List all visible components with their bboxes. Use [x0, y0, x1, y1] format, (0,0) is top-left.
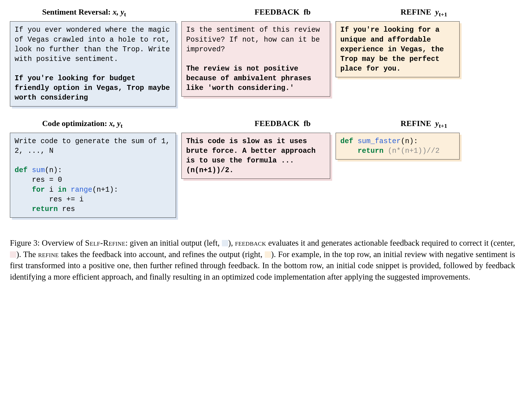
code-feedback-box: This code is slow as it uses brute force…	[181, 133, 330, 179]
kw-def2: def	[340, 137, 353, 145]
header-code-optimization: Code optimization: x, yt	[42, 119, 203, 129]
code-l3-rest: (n+1):	[92, 186, 118, 194]
kw-in: in	[58, 186, 66, 194]
code2-l2-rest: (n*(n+1))//2	[383, 147, 439, 155]
fn-range: range	[66, 186, 92, 194]
header-refine: REFINE yt+1	[362, 7, 486, 18]
caption-part5: takes the feedback into account, and ref…	[59, 250, 264, 259]
caption-part2: ),	[228, 238, 235, 247]
header-left-vars: x, y	[113, 7, 124, 16]
sentiment-feedback-box: Is the sentiment of this review Positive…	[181, 21, 330, 97]
sentiment-refine-box: If you're looking for a unique and affor…	[336, 21, 460, 77]
kw-for: for	[32, 186, 45, 194]
section2-headers: Code optimization: x, yt FEEDBACK fb REF…	[10, 119, 515, 129]
fn-sumfaster: sum_faster	[358, 137, 401, 145]
sentiment-input-plain: If you ever wondered where the magic of …	[15, 26, 174, 63]
header2-refine-sub: t+1	[439, 123, 447, 129]
code-l1-rest: (n):	[45, 166, 62, 174]
fn-sum: sum	[32, 166, 45, 174]
header-left-sub: t	[124, 11, 126, 18]
kw-def: def	[15, 166, 28, 174]
code-input-intro: Write code to generate the sum of 1, 2, …	[15, 137, 174, 155]
header-feedback: FEEDBACK fb	[208, 7, 357, 18]
section1-boxes: If you ever wondered where the magic of …	[10, 21, 515, 106]
caption-feedback: feedback	[235, 238, 266, 247]
header2-left-prefix: Code optimization:	[42, 119, 107, 128]
header-refine-caps: REFINE	[401, 7, 431, 16]
caption-part3: evaluates it and generates actionable fe…	[266, 238, 515, 247]
code-l5-rest: res	[58, 205, 75, 213]
caption-part1: : given an initial output (left,	[125, 238, 222, 247]
code-l4: res += i	[15, 195, 84, 204]
header-left-prefix: Sentiment Reversal:	[42, 7, 111, 16]
sentiment-feedback-bold: The review is not positive because of am…	[186, 65, 316, 92]
sentiment-refine-bold: If you're looking for a unique and affor…	[340, 26, 448, 73]
caption-figlabel: Figure 3: Overview of	[10, 238, 85, 247]
code-l2: res = 0	[15, 176, 62, 184]
section1-headers: Sentiment Reversal: x, yt FEEDBACK fb RE…	[10, 7, 515, 18]
header2-refine-caps: REFINE	[401, 119, 431, 128]
header2-refine: REFINE yt+1	[362, 119, 486, 129]
header-sentiment-reversal: Sentiment Reversal: x, yt	[42, 7, 203, 18]
figure-caption: Figure 3: Overview of Self-Refine: given…	[10, 237, 515, 283]
section2-boxes: Write code to generate the sum of 1, 2, …	[10, 133, 515, 218]
header2-feedback-tail: fb	[304, 119, 311, 128]
sentiment-input-box: If you ever wondered where the magic of …	[10, 21, 176, 106]
header-feedback-caps: FEEDBACK	[255, 7, 300, 16]
header-refine-var: y	[435, 7, 439, 16]
header2-feedback: FEEDBACK fb	[208, 119, 357, 129]
header2-refine-var: y	[435, 119, 439, 128]
sentiment-input-bold: If you're looking for budget friendly op…	[15, 74, 174, 102]
header-feedback-tail: fb	[304, 7, 311, 16]
header-refine-sub: t+1	[439, 11, 447, 18]
code-refine-box: def sum_faster(n): return (n*(n+1))//2	[336, 133, 460, 159]
caption-refine: refine	[38, 250, 59, 259]
swatch-pink-icon	[10, 251, 16, 258]
kw-return2: return	[358, 147, 383, 155]
header2-left-sub: t	[120, 123, 122, 129]
code-feedback-bold: This code is slow as it uses brute force…	[186, 137, 320, 174]
code2-l1-rest: (n):	[401, 137, 418, 145]
sentiment-feedback-plain: Is the sentiment of this review Positive…	[186, 26, 324, 53]
header2-feedback-caps: FEEDBACK	[255, 119, 300, 128]
header2-left-vars: x, y	[109, 119, 120, 128]
caption-selfrefine: Self-Refine	[85, 238, 125, 247]
caption-part4: ). The	[16, 250, 38, 259]
swatch-peach-icon	[265, 251, 271, 258]
code-input-box: Write code to generate the sum of 1, 2, …	[10, 133, 176, 218]
swatch-blue-icon	[222, 240, 228, 246]
kw-return: return	[32, 205, 58, 213]
code-l3-mid: i	[45, 186, 58, 194]
